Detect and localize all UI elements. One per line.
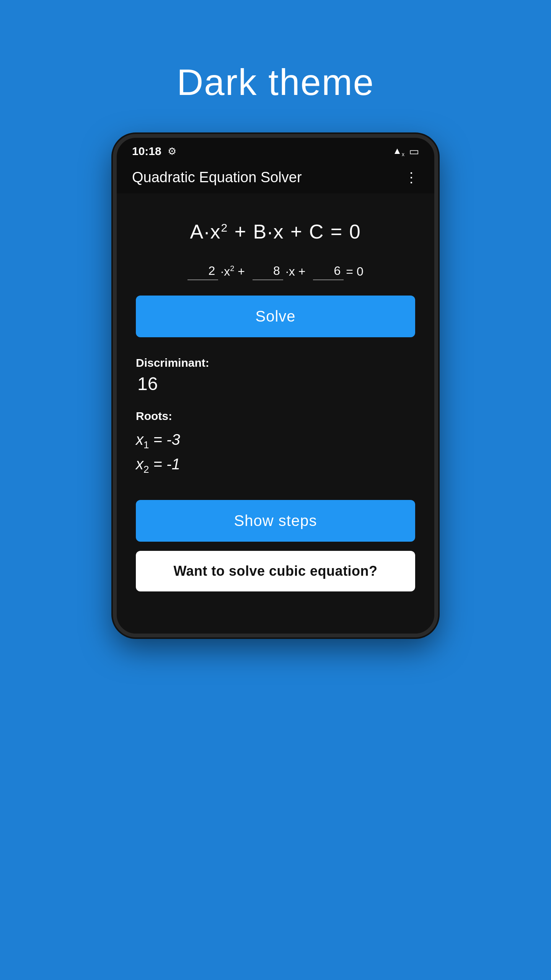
- status-right: ▲x ▭: [393, 145, 419, 158]
- page-title: Dark theme: [177, 61, 374, 103]
- power-button: [434, 253, 438, 283]
- root1-value: x1 = -3: [136, 428, 415, 452]
- overflow-menu-icon[interactable]: ⋮: [404, 170, 419, 186]
- volume-up-button: [113, 268, 117, 306]
- b-coefficient-group: ·x +: [253, 262, 305, 280]
- show-steps-button[interactable]: Show steps: [136, 500, 415, 542]
- status-time: 10:18: [132, 145, 161, 158]
- c-input[interactable]: [313, 262, 344, 280]
- b-label: ·x +: [285, 265, 305, 280]
- c-label: = 0: [346, 265, 363, 280]
- signal-icon: ▲x: [393, 145, 404, 157]
- app-content: A·x2 + B·x + C = 0 ·x2 + ·x + = 0 Solve …: [117, 193, 434, 614]
- a-label: ·x2 +: [220, 264, 245, 280]
- app-bar: Quadratic Equation Solver ⋮: [117, 162, 434, 193]
- status-left: 10:18 ⚙: [132, 145, 176, 158]
- cubic-equation-button[interactable]: Want to solve cubic equation?: [136, 551, 415, 591]
- discriminant-label: Discriminant:: [136, 356, 415, 369]
- discriminant-value: 16: [137, 373, 415, 394]
- formula-display: A·x2 + B·x + C = 0: [136, 220, 415, 243]
- phone-frame: 10:18 ⚙ ▲x ▭ Quadratic Equation Solver ⋮…: [113, 134, 438, 637]
- b-input[interactable]: [253, 262, 283, 280]
- battery-icon: ▭: [409, 145, 419, 158]
- solve-button[interactable]: Solve: [136, 296, 415, 337]
- roots-section: Roots: x1 = -3 x2 = -1: [136, 410, 415, 477]
- c-coefficient-group: = 0: [313, 262, 363, 280]
- silent-button: [113, 234, 117, 256]
- a-input[interactable]: [187, 262, 218, 280]
- phone-bottom: [117, 614, 434, 634]
- settings-status-icon: ⚙: [168, 145, 176, 157]
- roots-label: Roots:: [136, 410, 415, 423]
- coefficient-input-row: ·x2 + ·x + = 0: [136, 262, 415, 280]
- a-coefficient-group: ·x2 +: [187, 262, 245, 280]
- app-bar-title: Quadratic Equation Solver: [132, 169, 302, 186]
- root2-value: x2 = -1: [136, 452, 415, 477]
- discriminant-section: Discriminant: 16: [136, 356, 415, 394]
- status-bar: 10:18 ⚙ ▲x ▭: [117, 138, 434, 162]
- volume-down-button: [113, 314, 117, 352]
